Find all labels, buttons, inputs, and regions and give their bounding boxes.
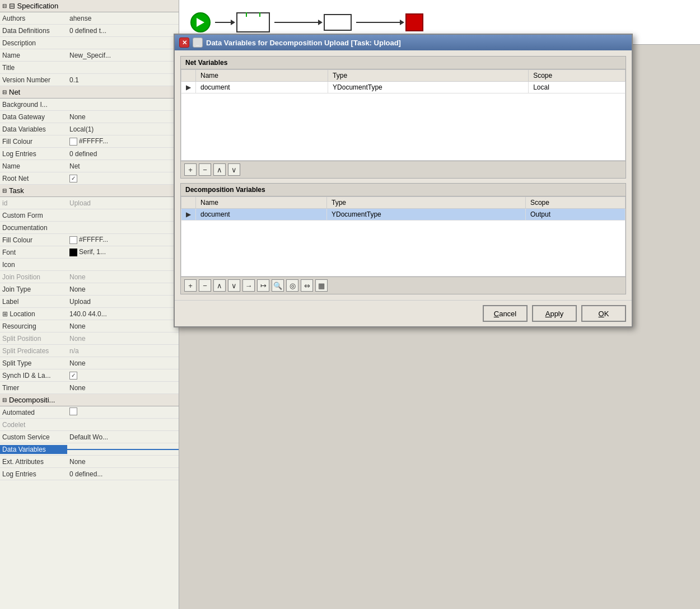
specification-label: ⊟ Specification: [9, 2, 58, 10]
prop-custom-service: Custom Service Default Wo...: [0, 431, 179, 443]
prop-automated: Automated: [0, 406, 179, 419]
version-value: 0.1: [67, 76, 179, 85]
bg-label: Background I...: [0, 100, 67, 109]
decomp-col-type: Type: [327, 197, 526, 209]
prop-authors: Authors ahense: [0, 12, 179, 25]
properties-panel: ⊟ ⊟ Specification Authors ahense Data De…: [0, 0, 179, 609]
prop-timer: Timer None: [0, 382, 179, 394]
prop-data-definitions: Data Definitions 0 defined t...: [0, 25, 179, 37]
decomp-arrow-right-button[interactable]: →: [242, 279, 255, 292]
arrow3: [356, 22, 401, 23]
net-remove-button[interactable]: −: [199, 163, 211, 176]
decomp-map-button[interactable]: ↦: [257, 279, 269, 292]
title-value: [67, 67, 179, 68]
net-variables-title: Net Variables: [185, 59, 227, 67]
net-section: ⊟ Net: [0, 86, 179, 99]
dialog-titlebar: ✕ _ Data Variables for Decomposition Upl…: [175, 35, 632, 50]
jp-label: Join Position: [0, 273, 67, 282]
decomp-up-button[interactable]: ∧: [213, 279, 226, 292]
spec-toggle[interactable]: ⊟: [2, 3, 7, 9]
specification-section: ⊟ ⊟ Specification: [0, 0, 179, 12]
root-net-checkbox[interactable]: ✓: [69, 175, 77, 182]
prop-join-position: Join Position None: [0, 271, 179, 283]
decomp-variables-title: Decomposition Variables: [185, 186, 265, 194]
font-label: Font: [0, 248, 67, 257]
task-toggle[interactable]: ⊟: [2, 188, 7, 194]
data-variables-dialog: ✕ _ Data Variables for Decomposition Upl…: [174, 34, 633, 327]
decomp-section: ⊟ Decompositi...: [0, 394, 179, 406]
ok-button[interactable]: OK: [581, 305, 626, 322]
log-decomp-label: Log Entries: [0, 470, 67, 479]
res-label: Resourcing: [0, 322, 67, 331]
label-task-label: Label: [0, 297, 67, 306]
decomp-row-type: YDocumentType: [327, 209, 526, 221]
name-net-label: Name: [0, 162, 67, 171]
arrow1: [215, 22, 232, 23]
title-label: Title: [0, 63, 67, 72]
net-add-button[interactable]: +: [184, 163, 197, 176]
decomp-toggle[interactable]: ⊟: [2, 397, 7, 403]
desc-value: [67, 43, 179, 44]
apply-label: Apply: [545, 310, 564, 318]
prop-root-net: Root Net ✓: [0, 172, 179, 185]
decomp-exchange-button[interactable]: ⇔: [301, 279, 313, 292]
bg-value: [67, 104, 179, 105]
dialog-title: Data Variables for Decomposition Upload …: [206, 39, 401, 47]
net-col-type: Type: [328, 70, 529, 82]
dv-decomp-label: Data Variables: [0, 445, 67, 454]
prop-join-type: Join Type None: [0, 283, 179, 296]
decomp-row-document[interactable]: ▶ document YDocumentType Output: [181, 209, 626, 221]
rect-node: [324, 14, 352, 31]
decomp-remove-button[interactable]: −: [199, 279, 211, 292]
prop-version: Version Number 0.1: [0, 74, 179, 86]
net-variables-toolbar: + − ∧ ∨: [181, 161, 626, 178]
prop-codelet: Codelet: [0, 419, 179, 431]
decomp-down-button[interactable]: ∨: [228, 279, 240, 292]
net-row-name: document: [196, 82, 328, 93]
net-down-button[interactable]: ∨: [228, 163, 240, 176]
apply-button[interactable]: Apply: [532, 305, 577, 322]
decomp-col-name: Name: [196, 197, 327, 209]
auto-checkbox[interactable]: [69, 407, 77, 415]
prop-data-variables-decomp[interactable]: Data Variables: [0, 443, 179, 456]
decomp-search-button[interactable]: 🔍: [272, 279, 284, 292]
arrowhead3: [400, 20, 404, 25]
net-toggle[interactable]: ⊟: [2, 89, 7, 95]
prop-fill-colour-net: Fill Colour #FFFFF...: [0, 135, 179, 148]
name-net-value: Net: [67, 162, 179, 171]
net-col-scope: Scope: [529, 70, 626, 82]
data-def-label: Data Definitions: [0, 26, 67, 35]
dialog-footer: Cancel Apply OK: [175, 300, 632, 326]
jt-value: None: [67, 285, 179, 294]
prop-synch: Synch ID & La... ✓: [0, 369, 179, 382]
sp-value: None: [67, 334, 179, 343]
decomp-circle-button[interactable]: ◎: [286, 279, 298, 292]
spr-value: n/a: [67, 346, 179, 355]
net-row-document[interactable]: ▶ document YDocumentType Local: [181, 82, 626, 93]
net-up-button[interactable]: ∧: [213, 163, 226, 176]
decomp-row-name: document: [196, 209, 327, 221]
decomp-add-button[interactable]: +: [184, 279, 197, 292]
synch-checkbox[interactable]: ✓: [69, 372, 77, 380]
fill-net-swatch: [69, 138, 77, 146]
dv-net-label: Data Variables: [0, 125, 67, 134]
st-value: None: [67, 359, 179, 368]
dialog-minimize-button[interactable]: _: [193, 38, 203, 48]
font-value: Serif, 1...: [67, 247, 179, 257]
prop-data-variables-net: Data Variables Local(1): [0, 123, 179, 135]
dg-label: Data Gateway: [0, 113, 67, 121]
prop-fill-colour-task: Fill Colour #FFFFF...: [0, 234, 179, 246]
prop-font: Font Serif, 1...: [0, 246, 179, 259]
synch-label: Synch ID & La...: [0, 371, 67, 380]
cancel-label: Cancel: [494, 310, 516, 318]
fill-task-label: Fill Colour: [0, 236, 67, 245]
decomp-variables-table: Name Type Scope ▶ document YDocumentType…: [181, 196, 626, 277]
dialog-close-button[interactable]: ✕: [179, 38, 189, 48]
prop-split-position: Split Position None: [0, 332, 179, 345]
log-net-value: 0 defined: [67, 149, 179, 158]
fill-net-value: #FFFFF...: [67, 137, 179, 146]
dialog-body: Net Variables Name Type Scope ▶ document: [175, 50, 632, 300]
cancel-button[interactable]: Cancel: [483, 305, 528, 322]
dv-decomp-value: [67, 449, 179, 450]
decomp-grid-button[interactable]: ▦: [315, 279, 328, 292]
